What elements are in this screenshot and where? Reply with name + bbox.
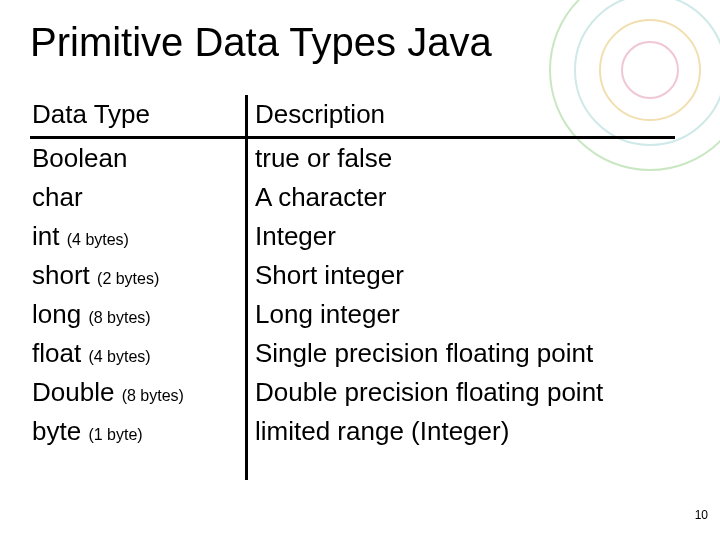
type-size: (8 bytes) <box>122 387 184 404</box>
type-name: char <box>32 182 83 212</box>
cell-type: byte (1 byte) <box>30 412 245 451</box>
type-name: float <box>32 338 81 368</box>
type-size: (8 bytes) <box>88 309 150 326</box>
table-row: byte (1 byte) limited range (Integer) <box>30 412 675 451</box>
table-row: Double (8 bytes) Double precision floati… <box>30 373 675 412</box>
cell-type: Boolean <box>30 139 245 178</box>
type-name: Boolean <box>32 143 127 173</box>
type-name: Double <box>32 377 114 407</box>
table-row: short (2 bytes) Short integer <box>30 256 675 295</box>
cell-desc: true or false <box>245 139 675 178</box>
cell-type: char <box>30 178 245 217</box>
type-name: byte <box>32 416 81 446</box>
cell-desc: limited range (Integer) <box>245 412 675 451</box>
page-number: 10 <box>695 508 708 522</box>
type-name: long <box>32 299 81 329</box>
table-row: float (4 bytes) Single precision floatin… <box>30 334 675 373</box>
cell-desc: A character <box>245 178 675 217</box>
type-size: (4 bytes) <box>88 348 150 365</box>
header-data-type: Data Type <box>30 95 245 136</box>
table-row: char A character <box>30 178 675 217</box>
type-size: (1 byte) <box>88 426 142 443</box>
cell-type: float (4 bytes) <box>30 334 245 373</box>
type-size: (2 bytes) <box>97 270 159 287</box>
cell-desc: Short integer <box>245 256 675 295</box>
table-row: int (4 bytes) Integer <box>30 217 675 256</box>
cell-type: short (2 bytes) <box>30 256 245 295</box>
cell-type: long (8 bytes) <box>30 295 245 334</box>
data-types-table: Data Type Description Boolean true or fa… <box>30 95 675 451</box>
table-row: long (8 bytes) Long integer <box>30 295 675 334</box>
cell-desc: Long integer <box>245 295 675 334</box>
cell-desc: Double precision floating point <box>245 373 675 412</box>
cell-desc: Single precision floating point <box>245 334 675 373</box>
table-row: Boolean true or false <box>30 139 675 178</box>
type-name: short <box>32 260 90 290</box>
type-name: int <box>32 221 59 251</box>
type-size: (4 bytes) <box>67 231 129 248</box>
cell-desc: Integer <box>245 217 675 256</box>
slide-title: Primitive Data Types Java <box>30 20 492 65</box>
header-description: Description <box>245 95 675 136</box>
table-header-row: Data Type Description <box>30 95 675 139</box>
svg-point-3 <box>622 42 678 98</box>
cell-type: int (4 bytes) <box>30 217 245 256</box>
cell-type: Double (8 bytes) <box>30 373 245 412</box>
